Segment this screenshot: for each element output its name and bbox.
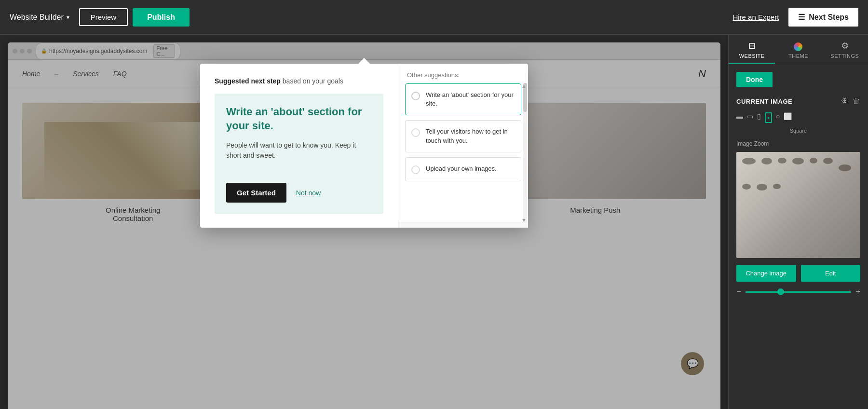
done-button[interactable]: Done	[736, 72, 773, 87]
chevron-down-icon: ▾	[67, 14, 69, 21]
modal-actions: Get Started Not now	[226, 183, 372, 203]
tab-website[interactable]: ⊟ WEBSITE	[729, 35, 775, 64]
sidebar-actions: Change image Edit	[736, 265, 860, 282]
sidebar-tabs: ⊟ WEBSITE THEME ⚙ SETTINGS	[729, 35, 868, 64]
sidebar-title-icons: 👁 🗑	[841, 97, 860, 106]
shape-label: Square	[736, 128, 860, 134]
main-area: 🔒 https://noyadesigns.godaddysites.com F…	[0, 35, 868, 409]
change-image-button[interactable]: Change image	[736, 265, 796, 282]
modal-right-panel: Other suggestions: Write an 'about' sect…	[398, 64, 528, 228]
theme-color-wheel-icon	[794, 42, 802, 51]
delete-icon[interactable]: 🗑	[853, 97, 860, 106]
image-people-overlay	[736, 152, 860, 258]
zoom-out-button[interactable]: −	[736, 287, 741, 296]
canvas-area: 🔒 https://noyadesigns.godaddysites.com F…	[0, 35, 728, 409]
shape-full[interactable]: ⬜	[784, 112, 792, 123]
list-icon: ☰	[798, 13, 805, 22]
theme-tab-label: THEME	[788, 53, 808, 59]
settings-tab-label: SETTINGS	[830, 53, 859, 59]
shape-circle[interactable]: ○	[776, 112, 780, 123]
right-sidebar: ⊟ WEBSITE THEME ⚙ SETTINGS Done CURRENT …	[728, 35, 868, 409]
image-shape-options: ▬ ▭ ▯ ▪ ○ ⬜	[736, 112, 860, 123]
tab-theme[interactable]: THEME	[775, 37, 821, 64]
shape-wide[interactable]: ▬	[736, 112, 743, 123]
image-zoom-label: Image Zoom	[736, 140, 860, 147]
suggested-card: Write an 'about' section for your site. …	[215, 94, 383, 214]
image-preview	[736, 152, 860, 258]
zoom-in-button[interactable]: +	[856, 287, 860, 296]
preview-button[interactable]: Preview	[79, 8, 128, 26]
zoom-slider-thumb	[777, 288, 784, 295]
modal-bottom-bar	[398, 222, 528, 228]
publish-button[interactable]: Publish	[133, 8, 190, 27]
brand[interactable]: Website Builder ▾	[10, 13, 69, 22]
shape-square[interactable]: ▪	[765, 112, 772, 123]
next-steps-label: Next Steps	[809, 13, 849, 22]
shape-portrait[interactable]: ▯	[757, 112, 761, 123]
suggestions-scroll-area[interactable]: Write an 'about' section for your site. …	[398, 83, 528, 222]
modal-header: Suggested next step based on your goals	[215, 77, 383, 85]
top-bar: Website Builder ▾ Preview Publish Hire a…	[0, 0, 868, 35]
suggestion-item-3[interactable]: Upload your own images.	[405, 157, 521, 181]
shape-landscape[interactable]: ▭	[747, 112, 753, 123]
zoom-slider[interactable]	[746, 291, 851, 293]
settings-gear-icon: ⚙	[841, 41, 849, 51]
current-image-label: CURRENT IMAGE	[736, 98, 792, 105]
modal-overlay: Suggested next step based on your goals …	[0, 35, 728, 409]
other-suggestions-header: Other suggestions:	[398, 64, 528, 83]
suggestion-item-1[interactable]: Write an 'about' section for your site.	[405, 83, 521, 115]
suggestion-radio-2[interactable]	[411, 128, 420, 137]
scroll-up-arrow-icon[interactable]: ▲	[521, 83, 527, 89]
suggestion-radio-1[interactable]	[411, 92, 420, 100]
visibility-toggle-icon[interactable]: 👁	[841, 97, 849, 106]
zoom-controls: − +	[736, 287, 860, 296]
modal-triangle	[358, 58, 370, 64]
suggested-title: Write an 'about' section for your site.	[226, 105, 372, 133]
sidebar-content: Done CURRENT IMAGE 👁 🗑 ▬ ▭ ▯ ▪ ○ ⬜ Squar…	[729, 64, 868, 409]
suggestion-item-2[interactable]: Tell your visitors how to get in touch w…	[405, 120, 521, 152]
not-now-button[interactable]: Not now	[296, 189, 321, 197]
scroll-down-arrow-icon[interactable]: ▼	[521, 217, 527, 223]
brand-label: Website Builder	[10, 13, 64, 22]
get-started-button[interactable]: Get Started	[226, 183, 286, 203]
suggestion-text-1: Write an 'about' section for your site.	[426, 91, 515, 108]
modal-header-rest: based on your goals	[281, 77, 343, 85]
modal-scrollbar[interactable]	[523, 83, 527, 223]
suggested-desc: People will want to get to know you. Kee…	[226, 140, 372, 161]
suggestion-text-2: Tell your visitors how to get in touch w…	[426, 127, 515, 145]
tab-settings[interactable]: ⚙ SETTINGS	[822, 35, 868, 64]
hire-expert-link[interactable]: Hire an Expert	[732, 13, 779, 21]
suggestion-radio-3[interactable]	[411, 165, 420, 174]
website-tab-label: WEBSITE	[739, 53, 765, 59]
website-tab-icon: ⊟	[748, 41, 756, 51]
modal-header-bold: Suggested next step	[215, 77, 281, 85]
modal-left-panel: Suggested next step based on your goals …	[200, 64, 398, 228]
next-steps-modal: Suggested next step based on your goals …	[200, 64, 528, 228]
current-image-section: CURRENT IMAGE 👁 🗑	[736, 97, 860, 106]
edit-button[interactable]: Edit	[801, 265, 861, 282]
next-steps-button[interactable]: ☰ Next Steps	[788, 8, 858, 27]
suggestion-text-3: Upload your own images.	[426, 164, 497, 173]
